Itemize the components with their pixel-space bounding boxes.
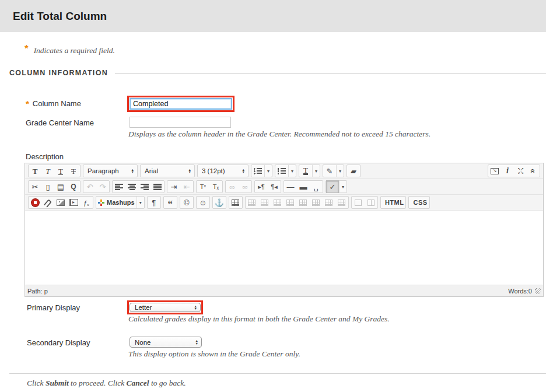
insert-anchor-icon: ⚓ xyxy=(215,199,224,206)
delete-column-icon xyxy=(338,200,345,206)
resize-grip-icon[interactable] xyxy=(535,288,541,294)
toolbar-group: TTTT xyxy=(28,164,80,177)
underline-button[interactable]: T xyxy=(54,165,67,177)
insert-video-button[interactable]: ▸ xyxy=(67,197,80,208)
primary-display-select[interactable]: Letter xyxy=(130,303,201,312)
numbered-list-dropdown[interactable]: ▾ xyxy=(288,165,296,177)
insert-row-above-button xyxy=(271,197,284,208)
bullet-list-icon xyxy=(254,168,262,174)
find-button[interactable]: Q xyxy=(67,181,80,192)
insert-symbol-button[interactable]: © xyxy=(180,197,193,208)
bullet-list-button[interactable] xyxy=(251,165,264,177)
toolbar-group: CSS xyxy=(408,196,429,209)
hr-thick-button[interactable]: ▬ xyxy=(297,181,310,192)
format-select[interactable]: Paragraph xyxy=(83,165,137,177)
align-left-button[interactable] xyxy=(113,181,125,192)
toolbar-group: ✓▾ xyxy=(326,180,347,193)
attach-file-button[interactable] xyxy=(41,197,54,208)
superscript-button[interactable]: Tˣ xyxy=(197,181,209,192)
footer-cancel-word: Cancel xyxy=(127,379,149,387)
mashups-button[interactable]: Mashups xyxy=(96,197,136,208)
insert-link-button: ∞ xyxy=(226,181,239,192)
redo-button: ↷ xyxy=(96,181,109,192)
footer-divider xyxy=(9,373,546,374)
align-center-button[interactable] xyxy=(125,181,138,192)
ltr-paragraph-button[interactable]: ▸¶ xyxy=(255,181,268,192)
font-select[interactable]: Arial xyxy=(141,165,194,177)
italic-icon: T xyxy=(46,167,50,175)
section-divider xyxy=(115,73,546,74)
editor-content-area[interactable] xyxy=(25,211,543,285)
paragraph-mark-button[interactable]: ¶ xyxy=(148,197,160,208)
insert-video-icon: ▸ xyxy=(69,199,78,206)
grade-center-name-label: Grade Center Name xyxy=(26,118,94,127)
size-select[interactable]: 3 (12pt) xyxy=(198,165,248,177)
insert-table-button[interactable] xyxy=(229,197,242,208)
toolbar-group: ↘i↖↗ ↙↘« xyxy=(488,164,540,177)
toolbar-group: —▬␣ xyxy=(284,180,323,193)
toolbar-group: 3 (12pt) xyxy=(197,164,249,177)
toolbar-group: ▾ xyxy=(275,164,296,177)
align-justify-button[interactable] xyxy=(151,181,164,192)
merge-cells-button xyxy=(352,197,365,208)
text-color-dropdown[interactable]: ▾ xyxy=(312,165,320,177)
toolbar-group: Mashups▾ xyxy=(96,196,145,209)
preview-button[interactable]: ↘ xyxy=(488,165,501,177)
column-name-input[interactable] xyxy=(130,98,232,110)
spellcheck-button[interactable]: ✓ xyxy=(326,180,339,193)
highlight-color-button[interactable]: ✎ xyxy=(323,165,336,177)
editor-toolbar-row-1: TTTTParagraphArial3 (12pt)▾▾T▾✎▾▰ ↘i↖↗ ↙… xyxy=(25,163,543,179)
insert-emoticon-icon: ☺ xyxy=(199,199,206,206)
rtl-paragraph-button[interactable]: ¶◂ xyxy=(268,181,281,192)
nonbreaking-space-button[interactable]: ␣ xyxy=(310,181,323,192)
add-content-button[interactable] xyxy=(29,197,41,208)
cut-button[interactable]: ✂ xyxy=(29,181,41,192)
grade-center-name-help: Displays as the column header in the Gra… xyxy=(128,130,430,139)
align-left-icon xyxy=(115,184,123,190)
toolbar-group: ▾ xyxy=(251,164,272,177)
toolbar-group: ⇥⇤ xyxy=(167,180,194,193)
primary-display-value: Letter xyxy=(135,304,152,311)
mashups-icon xyxy=(98,200,104,206)
rtl-paragraph-icon: ¶◂ xyxy=(271,184,277,190)
highlight-color-dropdown[interactable]: ▾ xyxy=(336,165,344,177)
math-editor-button[interactable]: ƒₓ xyxy=(80,197,93,208)
collapse-toolbar-button[interactable]: « xyxy=(527,165,540,177)
insert-image-icon xyxy=(57,200,65,206)
insert-emoticon-button[interactable]: ☺ xyxy=(197,197,209,208)
bold-button[interactable]: T xyxy=(29,165,41,177)
strikethrough-button[interactable]: T xyxy=(67,165,80,177)
toolbar-group: ✂▯▤Q xyxy=(28,180,80,193)
copy-button[interactable]: ▯ xyxy=(41,181,54,192)
mashups-label: Mashups xyxy=(107,199,135,206)
align-right-button[interactable] xyxy=(138,181,151,192)
description-editor: TTTTParagraphArial3 (12pt)▾▾T▾✎▾▰ ↘i↖↗ ↙… xyxy=(24,163,544,297)
blockquote-button[interactable]: “ xyxy=(164,197,177,208)
toolbar-group xyxy=(245,196,349,209)
grade-center-name-input[interactable] xyxy=(130,117,231,128)
italic-button[interactable]: T xyxy=(41,165,54,177)
cut-icon: ✂ xyxy=(32,183,38,191)
hr-thin-button[interactable]: — xyxy=(284,181,297,192)
bullet-list-dropdown[interactable]: ▾ xyxy=(264,165,272,177)
css-view-button[interactable]: CSS xyxy=(409,197,429,208)
remove-link-icon: ∞ xyxy=(242,183,247,191)
text-color-button[interactable]: T xyxy=(299,165,312,177)
insert-image-button[interactable] xyxy=(54,197,67,208)
html-view-button[interactable]: HTML xyxy=(381,197,406,208)
accessibility-checker-button[interactable]: i xyxy=(501,165,514,177)
select-updown-icon xyxy=(191,305,197,310)
spellcheck-dropdown[interactable]: ▾ xyxy=(339,181,346,192)
remove-formatting-button[interactable]: ▰ xyxy=(347,165,360,177)
toolbar-group: T▾ xyxy=(299,164,320,177)
fullscreen-button[interactable]: ↖↗ ↙↘ xyxy=(514,165,527,177)
copy-icon: ▯ xyxy=(46,183,50,191)
mashups-dropdown[interactable]: ▾ xyxy=(136,197,144,208)
insert-anchor-button[interactable]: ⚓ xyxy=(213,197,226,208)
indent-button[interactable]: ⇥ xyxy=(167,181,180,192)
secondary-display-select[interactable]: None xyxy=(130,337,202,348)
paste-button[interactable]: ▤ xyxy=(54,181,67,192)
numbered-list-button[interactable] xyxy=(275,165,288,177)
subscript-button[interactable]: Tₓ xyxy=(209,181,222,192)
outdent-icon: ⇤ xyxy=(184,183,190,191)
